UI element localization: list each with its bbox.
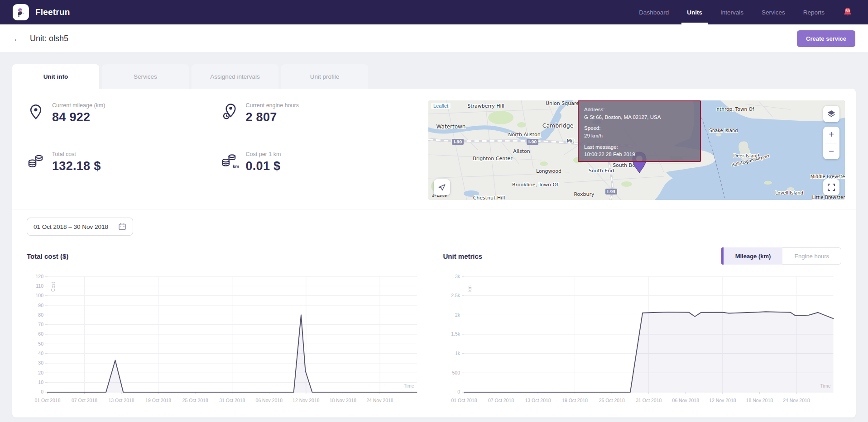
svg-text:19 Oct 2018: 19 Oct 2018	[145, 398, 171, 403]
map-place-label: Chestnut Hill	[473, 195, 505, 200]
svg-text:0: 0	[41, 389, 43, 394]
notifications-bell[interactable]: 59	[840, 5, 855, 20]
tab-unit-info[interactable]: Unit info	[12, 64, 99, 89]
total-cost-chart-block: Total cost ($) 0102030405060708090100110…	[27, 247, 425, 407]
map-place-label: South End	[589, 168, 614, 174]
tooltip-speed-label: Speed:	[584, 124, 695, 132]
total-cost-chart: 010203040506070809010011012001 Oct 20180…	[27, 271, 425, 407]
svg-text:12 Nov 2018: 12 Nov 2018	[293, 398, 320, 403]
date-range-value: 01 Oct 2018 – 30 Nov 2018	[34, 223, 108, 230]
svg-text:06 Nov 2018: 06 Nov 2018	[672, 398, 699, 403]
tooltip-address-label: Address:	[584, 106, 695, 114]
svg-text:24 Nov 2018: 24 Nov 2018	[366, 398, 393, 403]
unit-metrics-chart-block: Unit metrics Mileage (km)Engine hours 05…	[443, 247, 842, 407]
map-place-label: South Bo	[613, 162, 635, 168]
stat-current-mileage: Current mileage (km) 84 922	[27, 102, 221, 151]
nav-item-services[interactable]: Services	[753, 0, 794, 24]
nav-item-dashboard[interactable]: Dashboard	[630, 0, 678, 24]
stat-engine-hours: Current engine hours 2 807	[221, 102, 414, 151]
total-cost-coins-icon	[27, 152, 45, 170]
tooltip-address-value: G St 66, Boston, MA 02127, USA	[584, 114, 695, 121]
fullscreen-icon	[828, 184, 835, 191]
svg-text:1k: 1k	[455, 351, 460, 356]
nav-item-reports[interactable]: Reports	[794, 0, 834, 24]
map-locate-button[interactable]	[434, 179, 450, 195]
map-place-label: Longwood	[536, 168, 561, 174]
svg-text:I-90: I-90	[528, 140, 537, 144]
page-title: Unit: olsh5	[30, 34, 68, 43]
leaflet-attribution[interactable]: Leaflet	[431, 103, 451, 109]
svg-text:Time: Time	[820, 384, 830, 389]
svg-text:25 Oct 2018: 25 Oct 2018	[599, 398, 624, 403]
toggle-engine-hours[interactable]: Engine hours	[782, 247, 841, 265]
map-place-label: Little Brewster	[812, 195, 845, 200]
svg-text:10: 10	[38, 380, 43, 385]
nav-item-intervals[interactable]: Intervals	[711, 0, 753, 24]
map-place-label: Brighton Center	[473, 156, 513, 161]
map-layers-button[interactable]	[823, 106, 839, 122]
brand-name: Fleetrun	[35, 7, 70, 17]
road-shield: I-90	[452, 139, 464, 145]
svg-text:90: 90	[38, 303, 43, 308]
engine-hours-icon	[221, 103, 239, 121]
svg-text:01 Oct 2018: 01 Oct 2018	[34, 398, 60, 403]
map-place-label: Allston	[513, 148, 530, 154]
svg-text:50: 50	[38, 341, 43, 346]
svg-text:24 Nov 2018: 24 Nov 2018	[783, 398, 810, 403]
map-place-label: Strawberry Hill	[467, 103, 504, 109]
fleetrun-logo-icon	[13, 4, 29, 20]
calendar-icon[interactable]	[118, 223, 126, 231]
back-button[interactable]: ←	[13, 33, 23, 43]
map-place-label: Roxbury	[574, 191, 595, 197]
mileage-pin-icon	[27, 103, 45, 121]
map-place-label: Union Square	[546, 100, 579, 106]
map-place-label: Snake Island	[709, 128, 738, 133]
svg-text:70: 70	[38, 322, 43, 327]
tabs: Unit infoServicesAssigned intervalsUnit …	[12, 64, 856, 89]
tooltip-last-message-label: Last message:	[584, 143, 695, 151]
map-tooltip: Address: G St 66, Boston, MA 02127, USA …	[578, 100, 701, 162]
svg-text:07 Oct 2018: 07 Oct 2018	[488, 398, 513, 403]
create-service-button[interactable]: Create service	[797, 30, 855, 47]
svg-text:80: 80	[38, 313, 43, 318]
stat-value: 132.18 $	[52, 159, 101, 173]
stat-total-cost: Total cost 132.18 $	[27, 151, 221, 200]
svg-text:60: 60	[38, 332, 43, 337]
map-fullscreen-button[interactable]	[823, 179, 839, 195]
stat-label: Total cost	[52, 151, 101, 157]
layers-icon	[827, 109, 836, 119]
main-nav: DashboardUnitsIntervalsServicesReports	[630, 0, 834, 24]
svg-text:1.5k: 1.5k	[451, 332, 460, 337]
svg-text:100: 100	[35, 293, 43, 298]
svg-text:07 Oct 2018: 07 Oct 2018	[72, 398, 97, 403]
tab-assigned-intervals[interactable]: Assigned intervals	[192, 64, 278, 89]
zoom-in-button[interactable]: +	[823, 127, 839, 143]
date-range-input[interactable]: 01 Oct 2018 – 30 Nov 2018	[27, 218, 133, 236]
svg-text:2.5k: 2.5k	[451, 293, 460, 298]
page-header: ← Unit: olsh5 Create service	[0, 24, 868, 52]
metric-toggle: Mileage (km)Engine hours	[721, 247, 841, 265]
map-place-label: Mit	[567, 138, 575, 144]
map-place-label: North Allston	[508, 132, 541, 138]
map[interactable]: I-90I-90I-93 Strawberry HillUnion Square…	[428, 100, 845, 200]
map-place-label: Brookline, Town Of	[512, 182, 559, 188]
runner-logo-glyph	[15, 6, 27, 18]
svg-text:km: km	[467, 285, 472, 292]
road-shield: I-93	[605, 189, 617, 194]
stat-label: Current engine hours	[246, 102, 299, 109]
svg-text:40: 40	[38, 351, 43, 356]
locate-arrow-icon	[438, 183, 446, 191]
map-place-label: nthrop, Town Of	[717, 106, 754, 112]
tooltip-speed-value: 29 km/h	[584, 132, 695, 140]
nav-item-units[interactable]: Units	[678, 0, 711, 24]
svg-text:Cost: Cost	[51, 282, 56, 292]
tab-unit-profile[interactable]: Unit profile	[281, 64, 368, 89]
toggle-mileage-km[interactable]: Mileage (km)	[721, 247, 783, 265]
map-place-label: Middle Brewster	[810, 174, 845, 179]
tab-services[interactable]: Services	[102, 64, 189, 89]
svg-text:06 Nov 2018: 06 Nov 2018	[256, 398, 283, 403]
zoom-out-button[interactable]: −	[823, 143, 839, 159]
svg-text:12 Nov 2018: 12 Nov 2018	[709, 398, 736, 403]
brand: Fleetrun	[13, 4, 70, 20]
cost-per-km-icon: km	[221, 152, 239, 170]
